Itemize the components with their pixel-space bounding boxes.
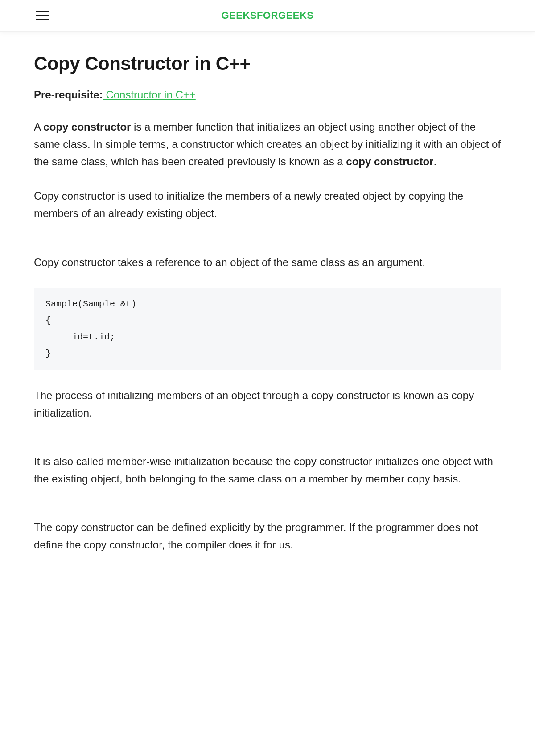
memberwise-paragraph: It is also called member-wise initializa… [34,453,501,487]
site-brand[interactable]: GEEKSFORGEEKS [222,10,314,21]
page-title: Copy Constructor in C++ [34,53,501,74]
prerequisite-label: Pre-requisite: [34,89,103,101]
argument-paragraph: Copy constructor takes a reference to an… [34,253,501,271]
para1-strong-1: copy constructor [43,121,131,133]
prerequisite-link[interactable]: Constructor in C++ [103,89,196,101]
usage-paragraph: Copy constructor is used to initialize t… [34,187,501,222]
code-sample: Sample(Sample &t) { id=t.id; } [34,288,501,370]
explicit-define-paragraph: The copy constructor can be defined expl… [34,519,501,553]
prerequisite-line: Pre-requisite: Constructor in C++ [34,89,501,101]
article-content: Copy Constructor in C++ Pre-requisite: C… [0,32,535,553]
hamburger-menu-icon[interactable] [36,11,49,20]
intro-paragraph: A copy constructor is a member function … [34,118,501,170]
para1-text-after: . [433,155,436,168]
para1-strong-2: copy constructor [346,155,433,168]
site-header: GEEKSFORGEEKS [0,0,535,32]
para1-text-before: A [34,121,43,133]
copy-init-paragraph: The process of initializing members of a… [34,387,501,421]
